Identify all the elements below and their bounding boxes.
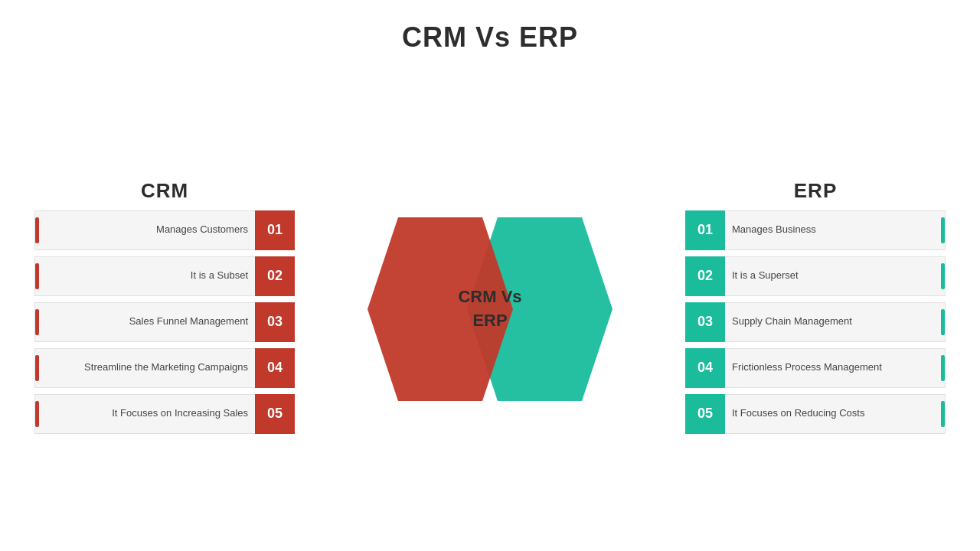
- crm-badge-05: 05: [255, 394, 295, 434]
- erp-badge-01: 01: [685, 210, 725, 250]
- erp-list-item: 04 Frictionless Process Management: [685, 348, 946, 388]
- crm-badge-04: 04: [255, 348, 295, 388]
- crm-list-item: Sales Funnel Management 03: [34, 302, 295, 342]
- erp-item-text: Frictionless Process Management: [732, 361, 882, 374]
- crm-badge-02: 02: [255, 256, 295, 296]
- erp-side: ERP 01 Manages Business 02 It is a Super…: [674, 179, 957, 440]
- crm-item-text: Manages Customers: [156, 223, 248, 236]
- crm-heading: CRM: [141, 179, 188, 203]
- page-title: CRM Vs ERP: [402, 21, 578, 54]
- erp-item-text: Manages Business: [732, 223, 816, 236]
- erp-list-item: 05 It Focuses on Reducing Costs: [685, 394, 946, 434]
- crm-item-text: Sales Funnel Management: [129, 315, 248, 328]
- erp-badge-04: 04: [685, 348, 725, 388]
- crm-item-text: Streamline the Marketing Campaigns: [84, 361, 248, 374]
- center-area: CRM VsERP: [345, 67, 635, 551]
- erp-item-text: Supply Chain Management: [732, 315, 852, 328]
- crm-item-text: It is a Subset: [191, 269, 248, 282]
- hexagon-container: CRM VsERP: [360, 187, 620, 432]
- erp-item-text: It is a Superset: [732, 269, 799, 282]
- erp-items-container: 01 Manages Business 02 It is a Superset …: [685, 210, 946, 440]
- crm-badge-01: 01: [255, 210, 295, 250]
- erp-list-item: 02 It is a Superset: [685, 256, 946, 296]
- erp-badge-02: 02: [685, 256, 725, 296]
- crm-badge-03: 03: [255, 302, 295, 342]
- crm-list-item: Manages Customers 01: [34, 210, 295, 250]
- content-area: CRM Manages Customers 01 It is a Subset …: [0, 67, 980, 551]
- crm-list-item: It Focuses on Increasing Sales 05: [34, 394, 295, 434]
- erp-list-item: 01 Manages Business: [685, 210, 946, 250]
- erp-heading: ERP: [794, 179, 837, 203]
- crm-side: CRM Manages Customers 01 It is a Subset …: [23, 179, 306, 440]
- crm-list-item: Streamline the Marketing Campaigns 04: [34, 348, 295, 388]
- erp-item-text: It Focuses on Reducing Costs: [732, 407, 864, 420]
- crm-list-item: It is a Subset 02: [34, 256, 295, 296]
- erp-badge-03: 03: [685, 302, 725, 342]
- crm-item-text: It Focuses on Increasing Sales: [112, 407, 248, 420]
- center-label: CRM VsERP: [458, 285, 521, 333]
- erp-badge-05: 05: [685, 394, 725, 434]
- crm-items-container: Manages Customers 01 It is a Subset 02 S…: [34, 210, 295, 440]
- erp-list-item: 03 Supply Chain Management: [685, 302, 946, 342]
